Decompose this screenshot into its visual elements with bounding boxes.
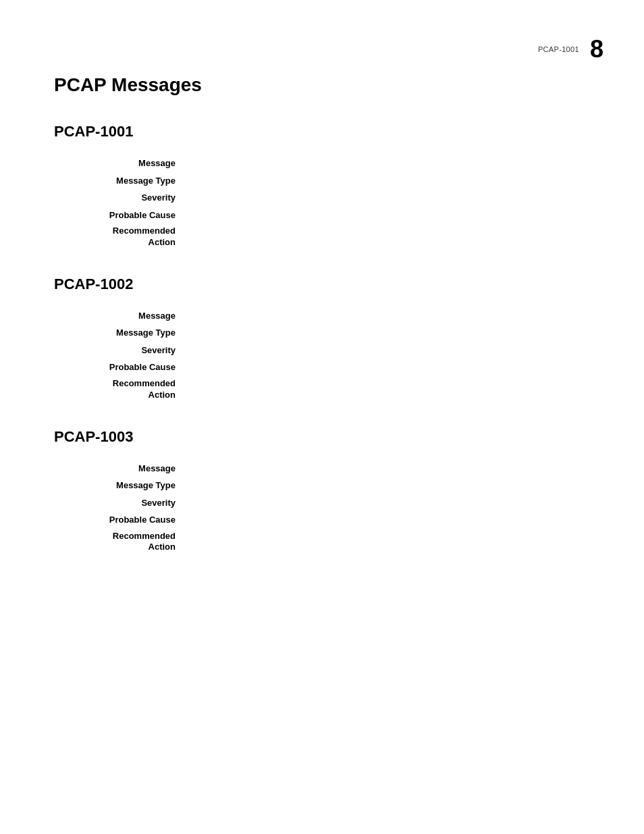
field-value-1-0: [189, 309, 603, 323]
field-value-2-1: [189, 479, 603, 492]
field-value-0-0: [189, 157, 603, 170]
field-row-2-3: Probable Cause: [54, 513, 603, 527]
field-label-0-0: Message: [54, 157, 189, 170]
section-heading-0: PCAP-1001: [54, 123, 603, 140]
field-value-2-3: [189, 513, 603, 527]
message-section-pcap-1003: PCAP-1003MessageMessage TypeSeverityProb…: [54, 428, 603, 554]
field-row-0-1: Message Type: [54, 174, 603, 188]
page-title: PCAP Messages: [54, 74, 603, 96]
field-label-0-4: RecommendedAction: [54, 226, 189, 249]
field-label-0-2: Severity: [54, 191, 189, 205]
field-row-2-0: Message: [54, 462, 603, 475]
message-section-pcap-1002: PCAP-1002MessageMessage TypeSeverityProb…: [54, 276, 603, 401]
field-label-1-2: Severity: [54, 344, 189, 357]
field-value-2-0: [189, 462, 603, 475]
field-label-2-0: Message: [54, 462, 189, 475]
section-heading-1: PCAP-1002: [54, 276, 603, 293]
field-value-1-4: [189, 378, 603, 401]
field-row-1-1: Message Type: [54, 326, 603, 340]
field-label-1-0: Message: [54, 309, 189, 323]
page-number: 8: [590, 37, 603, 61]
field-label-1-3: Probable Cause: [54, 361, 189, 374]
field-row-1-0: Message: [54, 309, 603, 323]
field-value-1-1: [189, 326, 603, 340]
page-content: PCAP Messages PCAP-1001MessageMessage Ty…: [0, 0, 644, 621]
field-row-0-2: Severity: [54, 191, 603, 205]
section-heading-2: PCAP-1003: [54, 428, 603, 446]
field-value-1-2: [189, 344, 603, 357]
field-label-1-1: Message Type: [54, 326, 189, 340]
field-row-1-4: RecommendedAction: [54, 378, 603, 401]
field-row-2-2: Severity: [54, 496, 603, 510]
field-value-0-1: [189, 174, 603, 188]
field-label-2-4: RecommendedAction: [54, 531, 189, 554]
sections-container: PCAP-1001MessageMessage TypeSeverityProb…: [54, 123, 603, 553]
header-label: PCAP-1001: [538, 45, 579, 53]
field-value-0-3: [189, 209, 603, 222]
field-label-1-4: RecommendedAction: [54, 378, 189, 401]
field-value-2-2: [189, 496, 603, 510]
message-section-pcap-1001: PCAP-1001MessageMessage TypeSeverityProb…: [54, 123, 603, 249]
field-label-2-2: Severity: [54, 496, 189, 510]
field-row-1-2: Severity: [54, 344, 603, 357]
field-label-0-1: Message Type: [54, 174, 189, 188]
field-label-2-3: Probable Cause: [54, 513, 189, 527]
field-row-1-3: Probable Cause: [54, 361, 603, 374]
field-label-0-3: Probable Cause: [54, 209, 189, 222]
field-value-0-4: [189, 226, 603, 249]
field-value-1-3: [189, 361, 603, 374]
field-value-2-4: [189, 531, 603, 554]
field-label-2-1: Message Type: [54, 479, 189, 492]
field-row-0-3: Probable Cause: [54, 209, 603, 222]
field-row-0-4: RecommendedAction: [54, 226, 603, 249]
field-row-0-0: Message: [54, 157, 603, 170]
field-value-0-2: [189, 191, 603, 205]
field-row-2-4: RecommendedAction: [54, 531, 603, 554]
field-row-2-1: Message Type: [54, 479, 603, 492]
page-header: PCAP-1001 8: [538, 37, 603, 61]
